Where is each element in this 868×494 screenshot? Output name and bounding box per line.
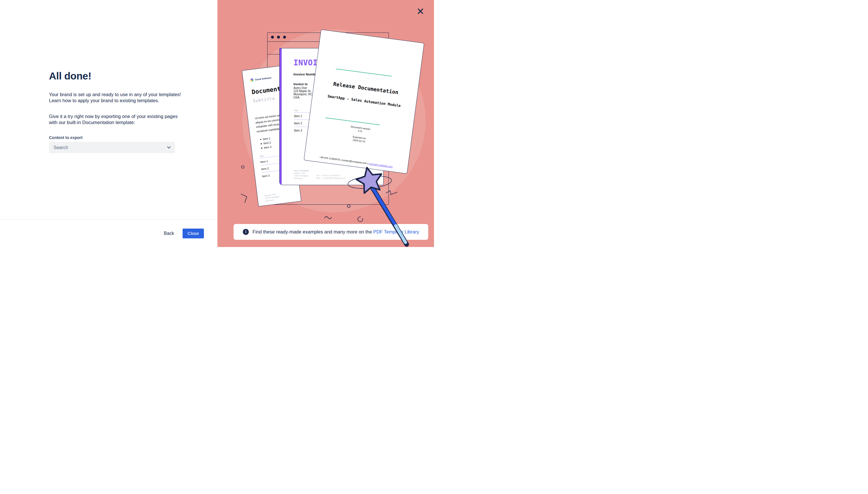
close-icon[interactable] xyxy=(417,8,423,14)
company-website-link: company.website.com xyxy=(369,162,393,168)
doc-bullet-list: Item 1 Item 2 Item 3 xyxy=(260,136,271,151)
back-button[interactable]: Back xyxy=(163,229,175,238)
decorative-rule xyxy=(336,69,392,77)
try-line-2: with our built-in Documentation template… xyxy=(49,119,178,126)
info-banner: i Find these ready-made examples and man… xyxy=(233,224,428,240)
logo-text: Good Software xyxy=(255,76,271,81)
info-icon: i xyxy=(243,229,249,235)
illustration-panel: Good Software Document Subtitle Ut enim … xyxy=(218,0,434,247)
dialog-content-panel: All done! Your brand is set up and ready… xyxy=(0,0,218,247)
release-doc-template-preview: Release Documentation SmartApp - Sales A… xyxy=(304,30,424,174)
window-dot-icon xyxy=(277,36,280,39)
banner-text: Find these ready-made examples and many … xyxy=(252,229,419,235)
try-line-1: Give it a try right now by exporting one… xyxy=(49,113,178,119)
intro-line-2: Learn how to apply your brand to existin… xyxy=(49,98,181,103)
cube-logo-icon xyxy=(250,78,254,82)
window-dot-icon xyxy=(283,36,286,39)
select-value: Search xyxy=(54,145,167,150)
try-paragraph: Give it a try right now by exporting one… xyxy=(49,113,178,126)
page-title: All done! xyxy=(49,70,91,82)
invoice-to-label: Invoice to xyxy=(294,82,307,86)
content-to-export-label: Content to export xyxy=(49,135,83,140)
pdf-template-library-link[interactable]: PDF Template Library xyxy=(373,229,419,234)
close-button[interactable]: Close xyxy=(183,229,204,239)
invoice-contact: Tel:+49 815 12345678 Mail:contact@compan… xyxy=(316,174,345,179)
invoice-company-address: Your Company Mainstr. 987 13579 Stuttgar… xyxy=(294,169,309,179)
doc-subtitle: Subtitle xyxy=(252,96,275,103)
invoice-accent-bar xyxy=(280,49,282,185)
footer-actions: Back Close xyxy=(163,229,204,239)
doc-title: Document xyxy=(251,85,281,96)
content-to-export-select[interactable]: Search xyxy=(49,142,175,153)
intro-line-1: Your brand is set up and ready to use in… xyxy=(49,92,181,98)
intro-paragraph: Your brand is set up and ready to use in… xyxy=(49,92,181,103)
invoice-recipient: Avery Doe 123 Maple St. Mountport, HC US… xyxy=(294,87,312,99)
doc-footer-address: Mainstr. 987 13579 Stuttgart Germany xyxy=(264,193,280,202)
window-dot-icon xyxy=(271,36,274,39)
brand-setup-dialog: All done! Your brand is set up and ready… xyxy=(0,0,434,247)
chevron-down-icon xyxy=(167,146,171,149)
footer-divider xyxy=(0,219,218,220)
company-logo: Good Software xyxy=(250,76,271,82)
